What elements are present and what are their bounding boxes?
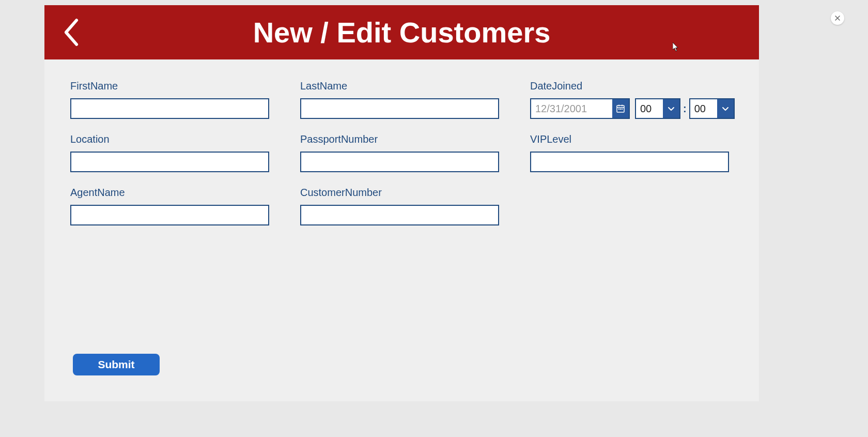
location-input[interactable] (70, 152, 269, 172)
time-separator: : (683, 103, 687, 115)
passportnumber-input[interactable] (300, 152, 499, 172)
customernumber-label: CustomerNumber (300, 187, 499, 199)
lastname-label: LastName (300, 80, 499, 92)
hour-input[interactable] (636, 99, 663, 118)
passportnumber-label: PassportNumber (300, 133, 499, 145)
close-button[interactable] (831, 11, 844, 25)
field-viplevel: VIPLevel (530, 133, 735, 172)
page-title: New / Edit Customers (44, 16, 759, 49)
date-input-wrap (530, 98, 630, 119)
viplevel-input[interactable] (530, 152, 729, 172)
minute-input[interactable] (690, 99, 717, 118)
customernumber-input[interactable] (300, 205, 499, 225)
svg-rect-6 (622, 109, 623, 110)
datejoined-label: DateJoined (530, 80, 735, 92)
viplevel-label: VIPLevel (530, 133, 735, 145)
field-location: Location (70, 133, 269, 172)
field-passportnumber: PassportNumber (300, 133, 499, 172)
minute-dropdown-button[interactable] (717, 99, 734, 118)
chevron-down-icon (667, 104, 675, 113)
location-label: Location (70, 133, 269, 145)
svg-rect-5 (620, 109, 621, 110)
field-agentname: AgentName (70, 187, 269, 225)
field-customernumber: CustomerNumber (300, 187, 499, 225)
calendar-icon (616, 104, 625, 113)
header-bar: New / Edit Customers (44, 5, 759, 59)
close-icon (834, 15, 841, 21)
firstname-input[interactable] (70, 98, 269, 119)
date-input[interactable] (531, 99, 612, 118)
app-window: New / Edit Customers FirstName LastName … (44, 5, 759, 401)
chevron-down-icon (721, 104, 730, 113)
firstname-label: FirstName (70, 80, 269, 92)
hour-dropdown-button[interactable] (663, 99, 679, 118)
form-area: FirstName LastName DateJoined (44, 59, 759, 401)
svg-rect-4 (618, 109, 619, 110)
calendar-button[interactable] (612, 99, 629, 118)
field-lastname: LastName (300, 80, 499, 119)
agentname-label: AgentName (70, 187, 269, 199)
minute-wrap (689, 98, 735, 119)
hour-wrap (635, 98, 680, 119)
form-grid: FirstName LastName DateJoined (70, 80, 733, 225)
submit-button[interactable]: Submit (73, 354, 160, 375)
field-datejoined: DateJoined (530, 80, 735, 119)
datejoined-group: : (530, 98, 735, 119)
chevron-left-icon (61, 17, 80, 48)
back-button[interactable] (60, 16, 81, 49)
agentname-input[interactable] (70, 205, 269, 225)
field-firstname: FirstName (70, 80, 269, 119)
lastname-input[interactable] (300, 98, 499, 119)
